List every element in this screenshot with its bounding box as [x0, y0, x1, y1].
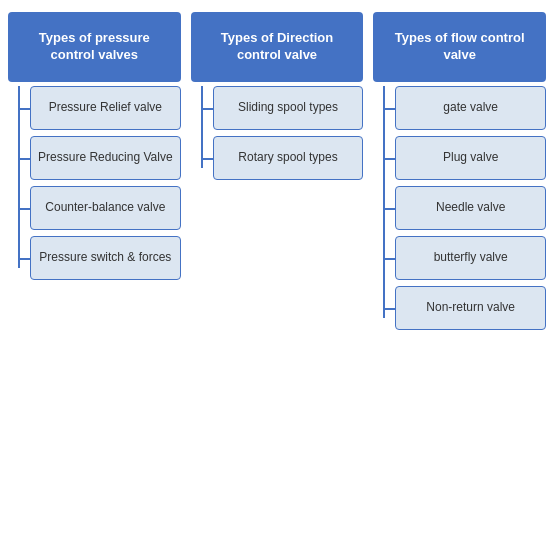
list-item: Pressure Reducing Valve — [30, 136, 181, 180]
list-item: butterfly valve — [395, 236, 546, 280]
diagram-container: Types of pressure control valvesPressure… — [8, 12, 546, 336]
children-direction-control: Sliding spool typesRotary spool types — [191, 86, 364, 186]
list-item: Pressure Relief valve — [30, 86, 181, 130]
list-item: Rotary spool types — [213, 136, 364, 180]
list-item: Plug valve — [395, 136, 546, 180]
header-flow-control: Types of flow control valve — [373, 12, 546, 82]
children-flow-control: gate valvePlug valveNeedle valvebutterfl… — [373, 86, 546, 336]
list-item: Needle valve — [395, 186, 546, 230]
child-label: Plug valve — [395, 136, 546, 180]
child-label: Pressure switch & forces — [30, 236, 181, 280]
column-pressure-control: Types of pressure control valvesPressure… — [8, 12, 181, 286]
column-flow-control: Types of flow control valvegate valvePlu… — [373, 12, 546, 336]
list-item: Non-return valve — [395, 286, 546, 330]
list-item: Counter-balance valve — [30, 186, 181, 230]
child-label: Non-return valve — [395, 286, 546, 330]
child-label: Needle valve — [395, 186, 546, 230]
list-item: gate valve — [395, 86, 546, 130]
column-direction-control: Types of Direction control valveSliding … — [191, 12, 364, 186]
list-item: Sliding spool types — [213, 86, 364, 130]
child-label: Pressure Relief valve — [30, 86, 181, 130]
header-pressure-control: Types of pressure control valves — [8, 12, 181, 82]
child-label: gate valve — [395, 86, 546, 130]
child-label: Counter-balance valve — [30, 186, 181, 230]
header-direction-control: Types of Direction control valve — [191, 12, 364, 82]
child-label: Pressure Reducing Valve — [30, 136, 181, 180]
child-label: Sliding spool types — [213, 86, 364, 130]
list-item: Pressure switch & forces — [30, 236, 181, 280]
child-label: butterfly valve — [395, 236, 546, 280]
children-pressure-control: Pressure Relief valvePressure Reducing V… — [8, 86, 181, 286]
child-label: Rotary spool types — [213, 136, 364, 180]
